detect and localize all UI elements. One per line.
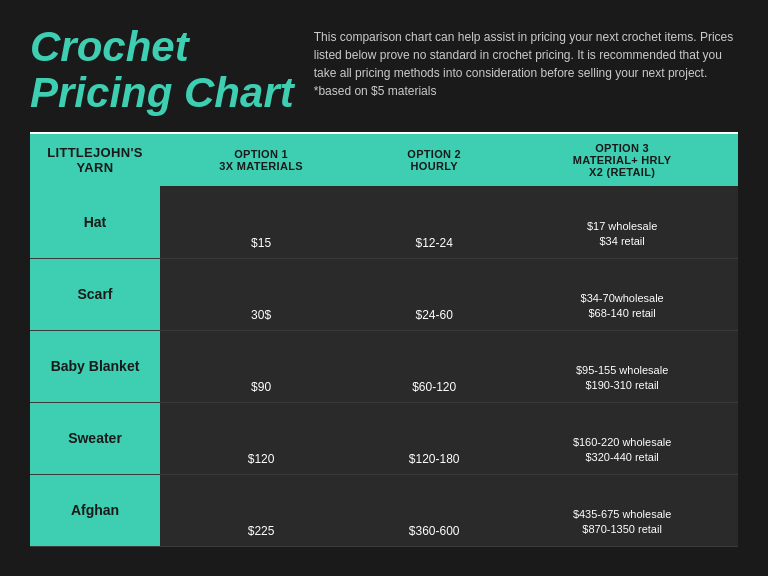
item-label: Afghan bbox=[30, 474, 160, 546]
option2-value: $24-60 bbox=[362, 258, 506, 330]
option3-value: $95-155 wholesale$190-310 retail bbox=[506, 330, 738, 402]
option3-value: $160-220 wholesale$320-440 retail bbox=[506, 402, 738, 474]
option2-value: $360-600 bbox=[362, 474, 506, 546]
option1-value: 30$ bbox=[160, 258, 362, 330]
col-header-brand: Littlejohn's Yarn bbox=[30, 134, 160, 186]
table-header-row: Littlejohn's Yarn OPTION 13X MATERIALS O… bbox=[30, 134, 738, 186]
item-label: Hat bbox=[30, 186, 160, 258]
col-header-option1: OPTION 13X MATERIALS bbox=[160, 134, 362, 186]
item-label: Sweater bbox=[30, 402, 160, 474]
option3-value: $34-70wholesale$68-140 retail bbox=[506, 258, 738, 330]
table-row: Sweater $120 $120-180 $160-220 wholesale… bbox=[30, 402, 738, 474]
option1-value: $90 bbox=[160, 330, 362, 402]
option2-value: $60-120 bbox=[362, 330, 506, 402]
option1-value: $225 bbox=[160, 474, 362, 546]
header-section: Crochet Pricing Chart This comparison ch… bbox=[0, 0, 768, 132]
table-row: Baby Blanket $90 $60-120 $95-155 wholesa… bbox=[30, 330, 738, 402]
table-row: Hat $15 $12-24 $17 wholesale$34 retail bbox=[30, 186, 738, 258]
option2-value: $12-24 bbox=[362, 186, 506, 258]
description-block: This comparison chart can help assist in… bbox=[314, 24, 738, 100]
table-container: Littlejohn's Yarn OPTION 13X MATERIALS O… bbox=[0, 134, 768, 547]
table-row: Scarf 30$ $24-60 $34-70wholesale$68-140 … bbox=[30, 258, 738, 330]
item-label: Baby Blanket bbox=[30, 330, 160, 402]
option3-value: $17 wholesale$34 retail bbox=[506, 186, 738, 258]
item-label: Scarf bbox=[30, 258, 160, 330]
option3-value: $435-675 wholesale$870-1350 retail bbox=[506, 474, 738, 546]
main-title: Crochet Pricing Chart bbox=[30, 24, 294, 116]
col-header-option3: OPTION 3MATERIAL+ HRLYX2 (RETAIL) bbox=[506, 134, 738, 186]
option2-value: $120-180 bbox=[362, 402, 506, 474]
option1-value: $120 bbox=[160, 402, 362, 474]
col-header-option2: OPTION 2HOURLY bbox=[362, 134, 506, 186]
description-text: This comparison chart can help assist in… bbox=[314, 28, 738, 100]
table-row: Afghan $225 $360-600 $435-675 wholesale$… bbox=[30, 474, 738, 546]
title-block: Crochet Pricing Chart bbox=[30, 24, 294, 116]
option1-value: $15 bbox=[160, 186, 362, 258]
pricing-table: Littlejohn's Yarn OPTION 13X MATERIALS O… bbox=[30, 134, 738, 547]
